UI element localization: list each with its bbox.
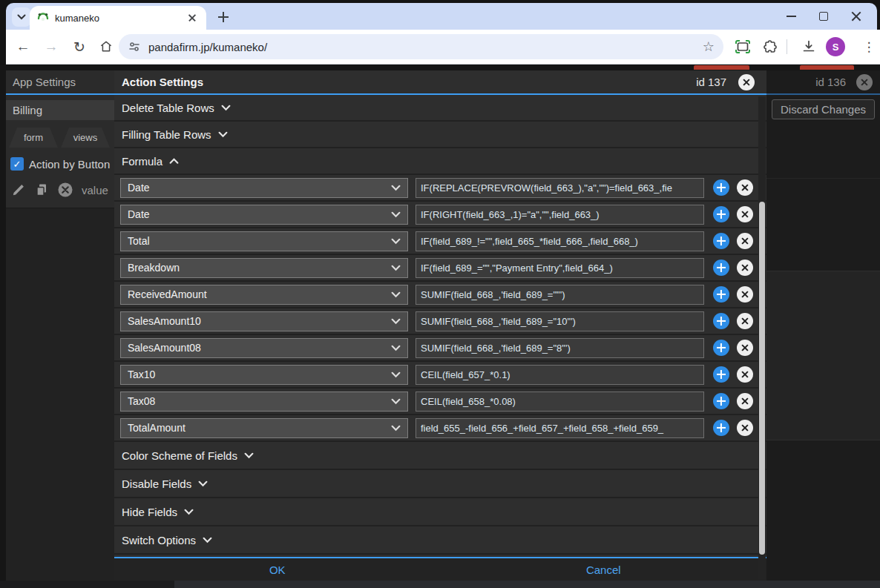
add-row-icon[interactable] <box>713 393 729 409</box>
reload-button[interactable]: ↻ <box>67 30 92 64</box>
field-select-value: SalesAmount10 <box>128 315 391 327</box>
tab-close-icon[interactable] <box>185 11 199 24</box>
field-select-value: Total <box>128 235 391 247</box>
ok-button[interactable]: OK <box>114 558 441 581</box>
formula-input[interactable] <box>416 205 704 225</box>
formula-input[interactable] <box>416 231 704 251</box>
delete-row-icon[interactable] <box>737 393 753 409</box>
close-window-button[interactable] <box>840 3 873 30</box>
delete-row-icon[interactable] <box>737 179 753 196</box>
remove-circle-icon[interactable] <box>57 182 73 198</box>
formula-input[interactable] <box>416 418 704 438</box>
section-delete-table-rows[interactable]: Delete Table Rows <box>114 95 766 122</box>
delete-row-icon[interactable] <box>737 260 753 276</box>
field-select[interactable]: Date <box>120 178 408 198</box>
field-select-value: Date <box>128 182 391 194</box>
cancel-button[interactable]: Cancel <box>441 558 767 581</box>
field-select[interactable]: Tax10 <box>120 365 408 385</box>
field-select[interactable]: ReceivedAmount <box>120 285 408 305</box>
chevron-down-icon <box>391 238 401 245</box>
back-button[interactable]: ← <box>10 30 36 64</box>
formula-input[interactable] <box>416 392 704 412</box>
dialog-header: Action Settings id 137 <box>114 70 766 95</box>
action-by-button-checkbox[interactable]: ✓ <box>10 157 24 171</box>
chevron-down-icon <box>391 425 401 432</box>
field-select-value: TotalAmount <box>128 422 391 434</box>
chevron-up-icon <box>169 158 179 165</box>
tab-form[interactable]: form <box>9 128 58 148</box>
extensions-button[interactable] <box>759 30 783 64</box>
discard-changes-button[interactable]: Discard Changes <box>772 99 875 119</box>
add-row-icon[interactable] <box>713 286 729 303</box>
add-row-icon[interactable] <box>713 179 729 196</box>
home-button[interactable] <box>93 30 119 64</box>
add-row-icon[interactable] <box>713 313 729 329</box>
add-row-icon[interactable] <box>713 366 729 383</box>
add-row-icon[interactable] <box>713 340 729 356</box>
section-label: Switch Options <box>122 534 196 546</box>
delete-row-icon[interactable] <box>737 313 753 329</box>
delete-row-icon[interactable] <box>737 420 753 436</box>
formula-input[interactable] <box>416 311 704 331</box>
delete-row-icon[interactable] <box>737 340 753 356</box>
value-label: value <box>82 184 108 196</box>
tab-search-button[interactable] <box>12 7 31 27</box>
forward-button[interactable]: → <box>39 30 64 64</box>
app-name-field[interactable]: Billing <box>6 100 114 120</box>
field-select-value: Tax08 <box>128 395 391 407</box>
formula-input[interactable] <box>416 338 704 358</box>
edit-pencil-icon[interactable] <box>11 182 26 197</box>
capture-button[interactable] <box>731 30 755 64</box>
delete-row-icon[interactable] <box>737 366 753 383</box>
field-select[interactable]: Date <box>120 205 408 225</box>
bookmark-star-icon[interactable]: ☆ <box>703 39 715 55</box>
delete-row-icon[interactable] <box>737 206 753 222</box>
field-select[interactable]: TotalAmount <box>120 418 408 438</box>
field-select[interactable]: SalesAmount10 <box>120 311 408 331</box>
add-row-icon[interactable] <box>713 420 729 436</box>
add-row-icon[interactable] <box>713 260 729 276</box>
formula-input[interactable] <box>416 365 704 385</box>
field-select[interactable]: Total <box>120 231 408 251</box>
copy-icon[interactable] <box>34 182 49 197</box>
minimize-button[interactable] <box>775 3 807 30</box>
profile-avatar[interactable]: S <box>826 37 845 56</box>
close-icon <box>850 10 862 22</box>
browser-menu-button[interactable]: ⋮ <box>858 30 880 64</box>
browser-tab[interactable]: kumaneko <box>30 6 206 30</box>
formula-input[interactable] <box>416 178 704 198</box>
close-dialog-icon[interactable] <box>738 74 755 90</box>
close-dialog-icon[interactable] <box>856 74 873 90</box>
section-disable-fields[interactable]: Disable Fields <box>114 470 766 498</box>
delete-row-icon[interactable] <box>737 286 753 303</box>
field-toolbar: value <box>11 182 114 198</box>
chevron-down-icon <box>391 318 401 325</box>
field-select[interactable]: Tax08 <box>120 392 408 412</box>
field-select[interactable]: SalesAmount08 <box>120 338 408 358</box>
section-color-scheme-of-fields[interactable]: Color Scheme of Fields <box>114 442 766 470</box>
downloads-button[interactable] <box>797 30 821 64</box>
site-info-icon[interactable] <box>128 40 141 53</box>
section-switch-options[interactable]: Switch Options <box>114 526 766 555</box>
section-filling-table-rows[interactable]: Filling Table Rows <box>114 122 766 148</box>
section-formula[interactable]: Formula <box>114 148 766 175</box>
formula-input[interactable] <box>416 285 704 305</box>
field-select[interactable]: Breakdown <box>120 258 408 278</box>
address-bar[interactable]: pandafirm.jp/kumaneko/ ☆ <box>119 34 723 59</box>
minimize-icon <box>787 16 796 17</box>
puzzle-icon <box>763 39 779 55</box>
tab-views[interactable]: views <box>61 128 110 148</box>
add-row-icon[interactable] <box>713 233 729 249</box>
add-row-icon[interactable] <box>713 206 729 222</box>
scrollbar-thumb[interactable] <box>759 202 765 555</box>
maximize-button[interactable] <box>807 3 840 30</box>
section-label: Formula <box>122 155 162 168</box>
background-block <box>766 119 880 179</box>
delete-row-icon[interactable] <box>737 233 753 249</box>
new-tab-button[interactable] <box>217 10 230 24</box>
horizontal-scroll-strip[interactable] <box>0 581 880 588</box>
chevron-down-icon <box>221 105 231 111</box>
formula-input[interactable] <box>416 258 704 278</box>
section-hide-fields[interactable]: Hide Fields <box>114 498 766 526</box>
dialog-scrollbar[interactable] <box>758 96 766 579</box>
